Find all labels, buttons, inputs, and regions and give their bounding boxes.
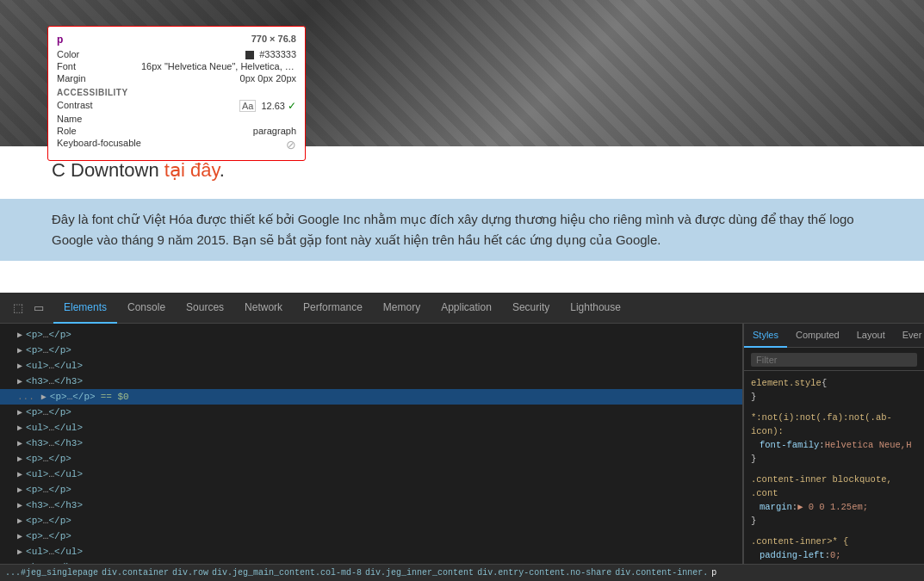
style-property: padding-left [751, 548, 825, 562]
tab-network[interactable]: Network [234, 293, 293, 324]
dom-row[interactable]: ▶ <ul>…</ul> [0, 420, 742, 436]
tab-application[interactable]: Application [431, 293, 502, 324]
tooltip-color-label: Color [57, 49, 79, 59]
breadcrumb-item[interactable]: div.container [102, 568, 169, 578]
dom-tag: <p> [26, 407, 43, 417]
breadcrumb-item[interactable]: div.content-inner. [615, 568, 708, 578]
arrow-icon: ▶ [17, 500, 22, 510]
tooltip-contrast-label: Contrast [57, 100, 93, 112]
tab-security[interactable]: Security [502, 293, 560, 324]
dom-row[interactable]: ▶ <p>…</p> [0, 327, 742, 343]
dom-tag: <p> [50, 392, 67, 402]
styles-tab-layout[interactable]: Layout [848, 324, 894, 348]
styles-tab-styles[interactable]: Styles [744, 324, 787, 348]
tooltip-font-value: 16px "Helvetica Neue", Helvetica, Roboto… [141, 61, 296, 71]
dom-tag: <ul> [26, 361, 48, 371]
style-rule: *:not(i):not(.fa):not(.ab-icon): font-fa… [751, 411, 917, 466]
dom-row[interactable]: ▶ <ul>…</ul> [0, 467, 742, 482]
tooltip-font-label: Font [57, 61, 76, 71]
dom-tag: <ul> [26, 423, 48, 433]
breadcrumb-bar: ...#jeg_singlepage div.container div.row… [0, 564, 924, 581]
tooltip-margin-value: 0px 0px 20px [240, 73, 296, 83]
dom-row[interactable]: ▶ <h3>…</h3> [0, 498, 742, 513]
dom-row[interactable]: ▶ <ul>…</ul> [0, 544, 742, 559]
devtools-tab-bar: ⬚ ▭ Elements Console Sources Network Per… [0, 293, 924, 324]
tab-performance[interactable]: Performance [293, 293, 373, 324]
dom-tag: <p> [26, 531, 43, 541]
arrow-icon: ▶ [17, 407, 22, 417]
dom-tag: <ul> [26, 469, 48, 479]
color-swatch [245, 51, 254, 59]
dom-tag: <p> [26, 330, 43, 340]
filter-bar [744, 348, 924, 371]
dom-tag: <h3> [26, 376, 48, 386]
dom-dollar-zero: == $0 [101, 392, 129, 402]
dom-tag: <p> [26, 485, 43, 495]
page-link[interactable]: tại đây [164, 159, 220, 181]
arrow-icon: ▶ [17, 454, 22, 464]
tooltip-accessibility-header: ACCESSIBILITY [57, 88, 296, 97]
arrow-icon: ▶ [17, 345, 22, 355]
keyboard-icon: ⊘ [286, 138, 296, 151]
breadcrumb-item[interactable]: ...#jeg_singlepage [5, 568, 98, 578]
tab-console[interactable]: Console [117, 293, 176, 324]
tooltip-keyboard-label: Keyboard-focusable [57, 138, 141, 151]
dom-tag: <ul> [26, 547, 48, 557]
element-tooltip: p 770 × 76.8 Color #333333 Font 16px "He… [47, 26, 306, 161]
tab-memory[interactable]: Memory [373, 293, 431, 324]
tooltip-dimensions: 770 × 76.8 [251, 34, 296, 46]
tooltip-tag-name: p [57, 34, 63, 46]
tab-lighthouse[interactable]: Lighthouse [560, 293, 631, 324]
device-icon[interactable]: ▭ [31, 300, 47, 316]
dom-row-selected[interactable]: ... ▶ <p>…</p> == $0 [0, 389, 742, 405]
dom-row[interactable]: ▶ <p>…</p> [0, 405, 742, 420]
filter-input[interactable] [751, 353, 917, 367]
tooltip-color-value: #333333 [245, 49, 296, 59]
dom-row[interactable]: ▶ <p>…</p> [0, 528, 742, 544]
breadcrumb-item[interactable]: div.jeg_inner_content [365, 568, 474, 578]
tooltip-contrast-value: Aa 12.63 ✓ [239, 100, 296, 112]
devtools-body: ▶ <p>…</p> ▶ <p>…</p> ▶ <ul>…</ul> ▶ <h3… [0, 324, 924, 581]
arrow-icon: ▶ [17, 531, 22, 541]
arrow-icon: ▶ [41, 392, 47, 402]
page-paragraph-section: Đây là font chữ Việt Hóa được thiết kế b… [0, 199, 924, 261]
arrow-icon: ▶ [17, 330, 22, 340]
tab-sources[interactable]: Sources [176, 293, 234, 324]
arrow-icon: ▶ [17, 423, 22, 433]
breadcrumb-current[interactable]: p [711, 568, 716, 578]
arrow-icon: ▶ [17, 376, 22, 386]
dom-row[interactable]: ▶ <p>…</p> [0, 451, 742, 467]
style-property: margin [751, 500, 792, 514]
devtools-icon-group: ⬚ ▭ [3, 300, 53, 316]
style-value: Helvetica Neue,H [825, 438, 912, 452]
arrow-icon: ▶ [17, 361, 22, 371]
dom-tag: <p> [26, 516, 43, 526]
dom-row[interactable]: ▶ <p>…</p> [0, 482, 742, 498]
dom-row[interactable]: ▶ <h3>…</h3> [0, 374, 742, 389]
dom-tag: <h3> [26, 438, 48, 448]
arrow-icon: ▶ [17, 547, 22, 557]
styles-tab-bar: Styles Computed Layout Ever [744, 324, 924, 348]
style-selector: .content-inner blockquote, .cont [751, 473, 917, 500]
tab-elements[interactable]: Elements [53, 293, 117, 324]
breadcrumb-item[interactable]: div.jeg_main_content.col-md-8 [212, 568, 362, 578]
arrow-icon: ▶ [17, 469, 22, 479]
tooltip-margin-label: Margin [57, 73, 86, 83]
breadcrumb-item[interactable]: div.row [172, 568, 208, 578]
breadcrumb-item[interactable]: div.entry-content.no-share [477, 568, 611, 578]
dom-row[interactable]: ▶ <ul>…</ul> [0, 358, 742, 374]
arrow-icon: ▶ [17, 516, 22, 526]
tooltip-role-label: Role [57, 126, 77, 136]
dom-panel: ▶ <p>…</p> ▶ <p>…</p> ▶ <ul>…</ul> ▶ <h3… [0, 324, 743, 581]
dom-row[interactable]: ▶ <p>…</p> [0, 513, 742, 528]
style-value: ▶ 0 0 1.25em; [797, 500, 868, 514]
style-property: font-family [751, 438, 819, 452]
inspect-icon[interactable]: ⬚ [10, 300, 26, 316]
page-link-line: C Downtown tại đây. [52, 159, 872, 182]
dom-row[interactable]: ▶ <h3>…</h3> [0, 436, 742, 451]
styles-tab-event[interactable]: Ever [894, 324, 924, 348]
dom-row[interactable]: ▶ <p>…</p> [0, 343, 742, 358]
browser-viewport: p 770 × 76.8 Color #333333 Font 16px "He… [0, 0, 924, 293]
style-selector: element.style [751, 376, 822, 390]
styles-tab-computed[interactable]: Computed [787, 324, 848, 348]
